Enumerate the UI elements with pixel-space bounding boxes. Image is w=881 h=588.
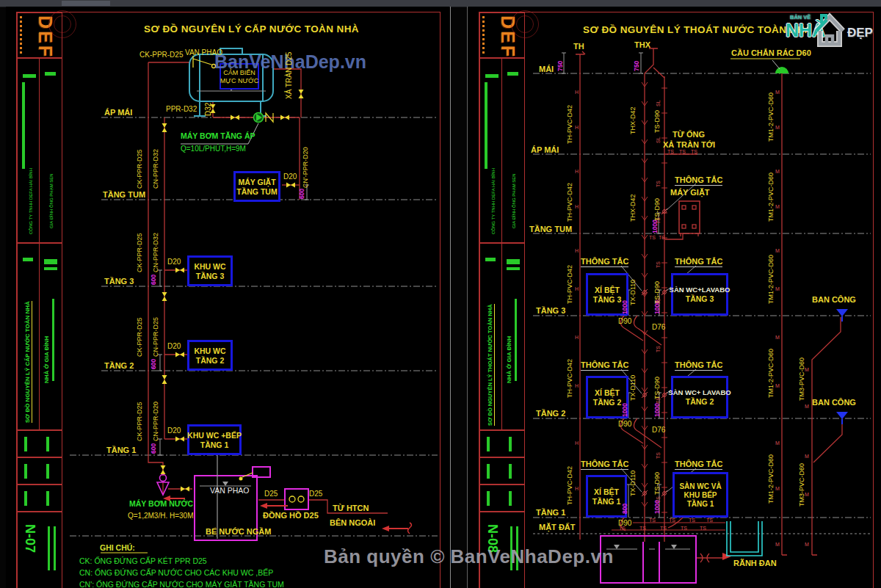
dim-label: 600 — [151, 359, 157, 369]
equipment-box-san3: SÀN WC+LAVABO TẦNG 3 — [671, 273, 728, 316]
pipe-tick: TS — [706, 518, 713, 523]
pipe-label: TS-D90 — [654, 198, 661, 221]
pipe-tick: M — [775, 125, 780, 130]
pipe-label: CN-PPR-D20 — [153, 402, 160, 441]
pipe-tick: SL — [656, 137, 661, 143]
logo-text-dep: ĐẸP — [847, 26, 873, 40]
pipe-tick: M — [805, 454, 809, 459]
pipe-label: TM1-2-PVC-D60 — [768, 92, 775, 142]
equipment-box-san2: SÀN WC+ LAVABO TẦNG 2 — [671, 376, 728, 418]
pipe-tick: TS — [656, 452, 661, 459]
pipe-tick: M — [775, 286, 780, 291]
equipment-box-wc3: KHU WC TẦNG 3 — [187, 255, 233, 286]
pipe-tick: TS — [660, 526, 667, 531]
pipe-tick: TS — [619, 526, 626, 531]
floor-label: MẶT ĐẤT — [539, 523, 576, 531]
pipe-label: TS-D90 — [654, 110, 661, 133]
floor-label: TẦNG TUM — [529, 225, 572, 233]
equipment-label: VAN PHAO — [210, 487, 249, 496]
cad-viewer-stage: DEFA CÔNG TY TNHH DEFA HẢI BÌNH GIA ĐÌNH… — [0, 0, 881, 588]
pipe-tick: TS — [649, 518, 656, 523]
floor-label: TẦNG 1 — [106, 446, 136, 454]
pipe-tick: TS — [700, 526, 706, 531]
pipe-label: XẢ TRÀN D25 — [285, 52, 293, 99]
pipe-label: TS-D90 — [654, 377, 661, 399]
pipe-label: TM1-2-PVC-D60 — [768, 173, 775, 222]
pipe-label: TX-D110 — [630, 280, 637, 305]
pipe-label: TH-PVC-D42 — [567, 265, 574, 304]
pipe-tick: H — [575, 90, 579, 95]
pipe-label: D20 — [167, 427, 181, 435]
pipe-tick: TS — [669, 518, 675, 523]
pipe-tick: TS — [679, 149, 686, 155]
pipe-label: D76 — [652, 426, 665, 434]
pipe-tick: M — [775, 542, 780, 547]
pipe-label: TH-PVC-D42 — [567, 105, 574, 144]
pipe-tick: TS — [689, 518, 695, 523]
pipe-label: D20 — [167, 258, 181, 266]
pipe-tick: M — [775, 169, 780, 174]
floor-label: ÁP MÁI — [104, 108, 132, 117]
annotation: THÔNG TẮC — [675, 360, 722, 371]
pipe-label: PPR-D32 — [166, 105, 197, 113]
pipe-label: D20 — [283, 173, 297, 181]
pipe-tick: TS — [681, 526, 687, 531]
pipe-tick: H — [575, 383, 579, 388]
dim-label: 1000 — [654, 500, 661, 514]
pipe-label: TH-PVC-D42 — [567, 466, 574, 505]
pipe-tick: M — [775, 90, 780, 95]
equipment-label: MÁY BƠM NƯỚC — [129, 500, 193, 509]
pipe-label: TM1-2-PVC-D60 — [768, 255, 775, 304]
pipe-label: CK-PPR-D25 — [137, 317, 144, 357]
pipe-label: CN'-PPR-D20 — [302, 147, 310, 188]
pipe-label: CK-PPR-D25 — [137, 233, 144, 272]
pipe-label: TX-D110 — [630, 375, 637, 401]
pipe-label: TM3-PVC-D60 — [799, 463, 806, 507]
pipe-tick: H — [575, 125, 579, 130]
note-item: CK: ỐNG ĐỨNG CẤP KÉT PPR D25 — [79, 557, 207, 566]
dim-label: 750 — [634, 61, 640, 71]
pipe-tick: SL — [656, 100, 661, 106]
pipe-tick: H — [575, 286, 579, 291]
floor-label: TẦNG 2 — [104, 361, 134, 370]
pipe-label: TS-D90 — [654, 472, 661, 495]
equipment-label: BỂ NƯỚC NGẦM — [206, 527, 271, 536]
equipment-box-san1: SÀN WC VÀ KHU BẾP TẦNG 1 — [672, 472, 728, 518]
watermark-bottom: Bản quyền © BanVeNhaDep.vn — [324, 545, 614, 568]
pipe-tick: M — [805, 542, 809, 547]
pipe-label: D25 — [309, 490, 322, 498]
pipe-label: TX-D110 — [630, 471, 637, 496]
pipe-tick: M — [775, 440, 780, 446]
equipment-label: MÁY BƠM TĂNG ÁP — [181, 132, 255, 141]
pipe-tick: M — [775, 248, 780, 253]
right-sheet-title: SƠ ĐỒ NGUYÊN LÝ THOÁT NƯỚC TOÀN NHÀ — [583, 24, 812, 35]
pipe-tick: H — [575, 335, 579, 340]
equipment-spec: Q=1,2M3/H. H=30M — [128, 512, 193, 520]
floor-label: MÁI — [539, 65, 554, 73]
floor-label: TẦNG 2 — [536, 409, 565, 418]
dim-label: 600 — [151, 443, 157, 454]
dim-label: 600 — [151, 275, 157, 285]
pipe-tick: H — [575, 486, 579, 491]
pipe-tick: TS — [659, 235, 665, 241]
equipment-box-wc2: KHU WC TẦNG 2 — [187, 340, 233, 371]
pipe-tick: TS — [639, 526, 646, 531]
pipe-tick: H — [575, 440, 579, 446]
pipe-label: CK-PPR-D25 — [139, 51, 183, 59]
annotation: THÔNG TẮC — [581, 460, 628, 470]
pipe-label: TM1-2-PVC-D60 — [768, 454, 775, 504]
annotation: BÊN NGOÀI — [330, 518, 375, 527]
equipment-spec: Q=10L/PHÚT,H=9M — [181, 145, 246, 153]
left-sheet-title: SƠ ĐỒ NGUYÊN LÝ CẤP NƯỚC TOÀN NHÀ — [144, 23, 359, 35]
equipment-label: VAN PHAO — [185, 48, 222, 57]
floor-label: TẦNG 3 — [104, 277, 134, 286]
pipe-label: CK-PPR-D25 — [137, 149, 144, 189]
annotation: THÔNG TẮC — [675, 257, 722, 267]
pipe-tick: TS — [649, 235, 656, 241]
annotation: BAN CÔNG — [812, 295, 856, 304]
banvenhadep-logo: BẢN VẼ NHÀ ĐẸP — [784, 7, 872, 50]
dim-label: 600 — [299, 189, 305, 199]
pipe-label: TH-PVC-D42 — [567, 183, 574, 222]
annotation: THÔNG TẮC — [581, 257, 628, 267]
equipment-box-wc1: KHU WC +BẾP TẦNG 1 — [187, 424, 242, 455]
